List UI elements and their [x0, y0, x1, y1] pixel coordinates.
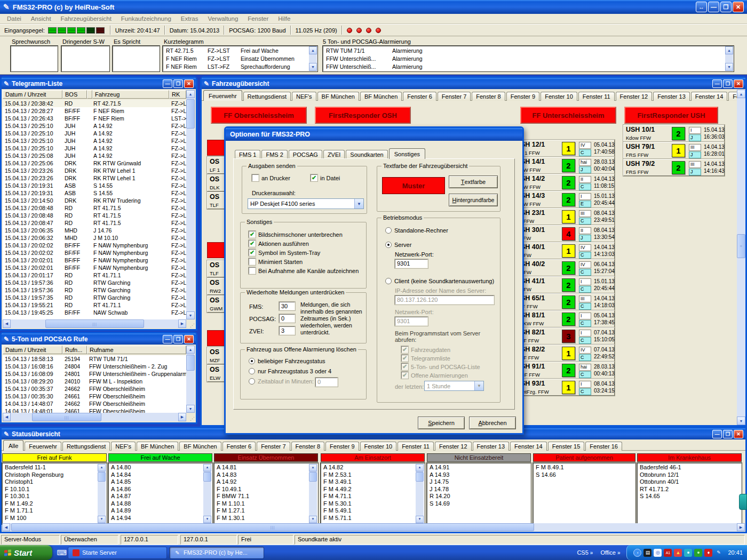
column-header-bos[interactable]: BOS	[62, 90, 87, 99]
close-button[interactable]: ✕	[184, 335, 194, 343]
scroll-up-icon[interactable]: ▲	[737, 90, 745, 98]
list-item[interactable]: A 14.91	[430, 464, 528, 471]
menu-extras[interactable]: Extras	[176, 14, 203, 23]
checkbox-icon[interactable]: ✔	[249, 231, 256, 238]
list-item[interactable]: F M 1.30.1	[217, 515, 307, 522]
table-row[interactable]: 15.04.13 / 20:25:10JUHA 14.92FZ->LS	[3, 130, 186, 137]
tab-bf-m-nchen-4[interactable]: BF München	[137, 442, 178, 451]
vehicle-row-ush-41-1[interactable]: USH 41/1F FFW2IC15.01.1320:45:44	[513, 276, 615, 293]
tab-fenster-12-11[interactable]: Fenster 12	[616, 92, 653, 101]
table-row[interactable]: 15.04.13 / 20:08:47RDRT 41.71.5FZ->LS	[3, 219, 186, 227]
vehicle-row-ush-30-1[interactable]: USH 30/1L FFW4IIJ08.04.1313:30:54	[513, 225, 615, 242]
scroll-down-icon[interactable]: ▼	[416, 516, 424, 523]
table-row[interactable]: 15.04.13 / 20:38:42RDRT 42.71.5FZ->LS	[3, 100, 186, 107]
minimize-button[interactable]: —	[712, 79, 722, 88]
maximize-button[interactable]: ❐	[173, 79, 183, 88]
column-header-rk[interactable]: RK	[169, 90, 186, 99]
checkbox-telegrammliste[interactable]: ✔Telegrammliste	[401, 355, 450, 362]
vehicle-row-ush-40-1[interactable]: USH 40/1F FFW1IVC14.04.1314:13:03	[513, 242, 615, 259]
tab-fenster-14-14[interactable]: Fenster 14	[510, 442, 547, 451]
list-item[interactable]: F M 1.71.1	[5, 507, 96, 515]
table-row[interactable]: 15.04.13 / 20:25:06DRKRK RTW GrünwaldFZ-…	[3, 159, 186, 167]
radio-zeitablauf-in-minuten[interactable]: Zeitablauf in Minuten:	[249, 378, 314, 385]
alarm-row[interactable]: FFW Unterschleiß...Alarmierung	[324, 63, 725, 71]
table-row[interactable]: 15.04.13 / 19:57:35RDRTW GarchingFZ->LS	[3, 294, 186, 301]
tab-fenster-8-8[interactable]: Fenster 8	[291, 442, 324, 451]
tab-fenster-9-8[interactable]: Fenster 9	[506, 92, 539, 101]
dialog-tab-zvei-3[interactable]: ZVEI	[323, 150, 345, 159]
field-input-pocsag[interactable]: 0	[279, 314, 295, 323]
tray-icon-1[interactable]: ▤	[643, 549, 651, 557]
vehicle-row-ush-14-2[interactable]: USH 14/2MTW FFW2IIC14.04.1311:08:15	[513, 174, 615, 191]
close-button[interactable]: ✕	[184, 79, 194, 88]
taskbar-task-fms32-pro-c-by-he[interactable]: ✎FMS32-PRO (c) by He...	[169, 547, 264, 559]
scroll-down-icon[interactable]: ▼	[309, 63, 317, 71]
list-item[interactable]: F M 1.10.1	[217, 500, 307, 508]
tray-icon-3[interactable]: A1	[664, 549, 672, 557]
checkbox-icon[interactable]: ✔	[249, 249, 256, 256]
zeitablauf-input[interactable]: 0	[315, 378, 338, 387]
netzwerk-port-input[interactable]: 9301	[395, 259, 428, 268]
alarm-button-ff-oberschleissheim[interactable]: FF Oberschleissheim	[211, 107, 307, 124]
tab-fenster-15-15[interactable]: Fenster 15	[548, 442, 585, 451]
vehicle-row-ush-23-1[interactable]: USH 23/1LF FFW1IIIC08.04.1323:49:51	[513, 208, 615, 225]
tab-rettungsdienst-2[interactable]: Rettungsdienst	[62, 442, 110, 451]
tab-fenster-8-7[interactable]: Fenster 8	[472, 92, 505, 101]
table-row[interactable]: 15.04.13 / 20:08:48RDRT 41.71.5FZ->LS	[3, 204, 186, 212]
vehicle-row-ush-14-1[interactable]: USH 14/1MTW FFW2haiJ28.03.1300:40:04	[513, 157, 615, 174]
checkbox-bildschirmschoner-unterbrechen[interactable]: ✔Bildschirmschoner unterbrechen	[249, 231, 343, 238]
list-item[interactable]: A 14.87	[111, 493, 201, 500]
list-item[interactable]: A 14.86	[111, 486, 201, 493]
tab-bf-m-nchen-4[interactable]: BF München	[360, 92, 402, 101]
tab-fenster-7-7[interactable]: Fenster 7	[257, 442, 290, 451]
dialog-tab-sonstiges-5[interactable]: Sonstiges	[389, 148, 425, 159]
scroll-up-icon[interactable]: ▲	[309, 46, 317, 54]
table-row[interactable]: 15.04.13 / 19:57:36RDRTW GarchingFZ->LS	[3, 286, 186, 294]
list-item[interactable]: F M 1.27.1	[217, 507, 307, 515]
list-item[interactable]: F M 5.49.1	[323, 507, 414, 515]
list-item[interactable]: Badersfeld 46-1	[640, 464, 739, 471]
telegramm-hscroll[interactable]: ◀ ||| ▶	[3, 319, 186, 328]
minimize-button[interactable]: —	[708, 2, 719, 12]
close-button[interactable]: ✕	[734, 430, 743, 438]
list-item[interactable]: F M 5.71.1	[323, 515, 414, 522]
table-row[interactable]: 15.04.13 / 20:25:10JUHA 14.92FZ->LS	[3, 145, 186, 152]
list-item[interactable]: F 10.10.1	[5, 486, 96, 493]
checkbox-icon[interactable]: ✔	[401, 355, 408, 362]
list-item[interactable]: F M 1.49.2	[5, 500, 96, 508]
scroll-up-icon[interactable]: ▲	[203, 464, 211, 471]
checkbox-minimiert-starten[interactable]: Minimiert Starten	[249, 258, 303, 265]
checkbox-icon[interactable]: ✔	[401, 363, 408, 370]
tray-icon-2[interactable]: ◎	[654, 549, 662, 557]
scroll-up-icon[interactable]: ▲	[98, 464, 106, 471]
radio-nur-fahrzeugstatus-3-oder-4[interactable]: nur Fahrzeugstatus 3 oder 4	[249, 368, 331, 374]
table-row[interactable]: 15.04.13 / 20:02:01BF/FFF NAW Nymphenbur…	[3, 264, 186, 271]
table-row[interactable]: 15.04.13 / 20:06:35MHDJ 14.76FZ->LS	[3, 227, 186, 234]
tab-fenster-7-6[interactable]: Fenster 7	[438, 92, 471, 101]
scroll-up-icon[interactable]: ▲	[309, 464, 317, 471]
ip-input[interactable]: 80.137.126.120	[395, 295, 494, 305]
list-item[interactable]: R 14.20	[430, 493, 528, 500]
tab-fenster-11-11[interactable]: Fenster 11	[398, 442, 434, 451]
list-item[interactable]: F M 8.49.1	[536, 464, 633, 471]
scroll-left-icon[interactable]: ◀	[3, 413, 11, 421]
maximize-button[interactable]: ❐	[723, 430, 733, 438]
fahrzeug-scrollbar[interactable]: ▲ ≡ ▼	[737, 90, 745, 425]
tab-bf-m-nchen-3[interactable]: BF München	[317, 92, 359, 101]
checkbox-bei-aufnahme-alle-kan-le-aufzeichnen[interactable]: Bei Aufnahme alle Kanäle aufzeichnen	[249, 267, 359, 274]
table-row[interactable]: 15.04.13 / 19:55:21RDRT 41.71.1FZ->LS	[3, 301, 186, 309]
tab-fenster-10-10[interactable]: Fenster 10	[360, 442, 397, 451]
dialog-tab-fms-1-0[interactable]: FMS 1	[235, 150, 260, 159]
tab-nef-s-2[interactable]: NEF's	[292, 92, 316, 101]
radio-icon[interactable]	[385, 227, 392, 234]
list-item[interactable]: A 14.89	[111, 507, 201, 515]
pocsag-vscroll[interactable]: ▲ ▼	[186, 346, 195, 413]
alarm-row[interactable]: FFW Unterschleiß...Alarmierung	[324, 55, 725, 63]
dialog-tab-pocsag-2[interactable]: POCSAG	[289, 150, 322, 159]
list-item[interactable]: A 14.94	[111, 515, 201, 522]
vehicle-row-ush-79-2[interactable]: USH 79/2FRS FFW2IIIJ14.04.1314:16:43	[623, 159, 725, 176]
list-item[interactable]: A 14.85	[111, 478, 201, 486]
table-row[interactable]: 15.04.13 / 00:35:3724662FFW Oberschleißh…	[3, 385, 186, 393]
list-item[interactable]: Ottobrunn 12/1	[640, 471, 739, 479]
hintergrundfarbe-button[interactable]: Hintergrundfarbe	[449, 194, 498, 206]
